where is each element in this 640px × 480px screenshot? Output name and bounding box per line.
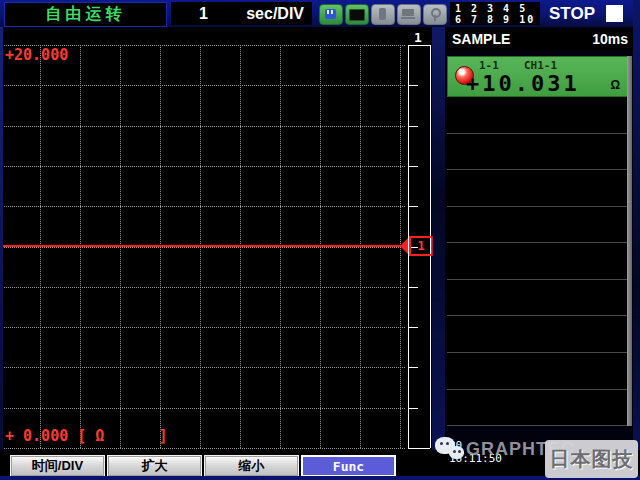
channel-row-empty[interactable]: [447, 170, 628, 207]
timebase-value: 1: [199, 5, 208, 23]
scale-bottom-label: + 0.000 [ Ω ]: [5, 427, 168, 445]
channel-numbers-row2: 6 7 8 9 10: [455, 14, 540, 25]
channel-number-grid: 1 2 3 4 5 6 7 8 9 10: [450, 2, 540, 25]
scale-tick: [408, 45, 430, 46]
channel-row-empty[interactable]: [447, 353, 628, 390]
plot-area: +20.000 + 0.000 [ Ω ] 1 1: [0, 27, 432, 450]
screen-left-edge: [0, 27, 3, 450]
scale-tick: [408, 367, 418, 368]
key-stem-glyph: [434, 15, 436, 21]
channel-marker-arrow: [400, 238, 408, 254]
run-mode-indicator: 自由运转: [4, 2, 167, 27]
channel-row-empty[interactable]: [447, 316, 628, 353]
status-icon-row: [319, 4, 447, 25]
scale-channel-number: 1: [414, 30, 422, 45]
zoom-out-button[interactable]: 缩小: [204, 455, 299, 477]
timebase-unit: sec/DIV: [246, 5, 304, 23]
grid-hline: [0, 287, 405, 288]
scale-tick: [408, 206, 418, 207]
channel-row-ch1[interactable]: 1-1 CH1-1 +10.031 Ω: [447, 56, 628, 97]
channel-row-empty[interactable]: [447, 207, 628, 244]
channel-row-empty[interactable]: [447, 280, 628, 317]
channel-value: +10.031: [466, 71, 580, 96]
screen-bottom-edge: [0, 476, 640, 480]
pc-base-glyph: [401, 17, 415, 19]
scale-tick: [408, 126, 418, 127]
run-mode-label: 自由运转: [46, 4, 126, 25]
pc-link-icon: [397, 4, 421, 25]
scale-tick: [408, 287, 418, 288]
scale-tick: [408, 448, 430, 449]
scale-top-label: +20.000: [5, 46, 68, 64]
sd-pin-1: [327, 10, 329, 14]
top-status-bar: 自由运转 1 sec/DIV: [0, 0, 640, 27]
channel-numbers-row1: 1 2 3 4 5: [455, 3, 540, 14]
brand-watermark-box: 日本图技: [545, 440, 638, 478]
screen-right-edge: [633, 0, 640, 480]
sample-value: 10ms: [592, 31, 628, 47]
key-head-glyph: [431, 8, 441, 18]
grid-hline: [0, 448, 405, 449]
channel-value-panel: 1-1 CH1-1 +10.031 Ω: [447, 56, 628, 426]
scale-tick: [408, 327, 418, 328]
run-state-label: STOP: [549, 4, 595, 24]
channel-marker-box: 1: [409, 236, 433, 256]
channel-row-empty[interactable]: [447, 243, 628, 280]
sd-pin-2: [331, 10, 333, 14]
timediv-button[interactable]: 时间/DIV: [10, 455, 105, 477]
grid-hline: [0, 367, 405, 368]
channel-row-empty[interactable]: [447, 97, 628, 134]
grid-hline: [0, 408, 405, 409]
panel-scrollbar[interactable]: [627, 56, 632, 426]
scale-tick: [408, 408, 418, 409]
grid-hline: [0, 85, 405, 86]
scale-tick: [408, 85, 418, 86]
waveform-trace-ch1: [0, 245, 405, 247]
internal-memory-icon: [345, 4, 369, 25]
screen-mid-divider: [432, 27, 445, 450]
channel-row-empty[interactable]: [447, 134, 628, 171]
scale-tick: [408, 166, 418, 167]
grid-hline: [0, 206, 405, 207]
sample-label: SAMPLE: [452, 31, 510, 47]
channel-unit: Ω: [610, 78, 620, 92]
empty-channel-rows: [447, 97, 628, 426]
wechat-bubble-small: [449, 446, 464, 459]
sd-card-icon: [319, 4, 343, 25]
pc-monitor-glyph: [402, 9, 414, 16]
sample-rate-bar: SAMPLE 10ms: [445, 28, 635, 50]
key-lock-icon: [423, 4, 447, 25]
usb-glyph: [379, 8, 386, 20]
timebase-indicator: 1 sec/DIV: [171, 2, 312, 25]
func-button[interactable]: Func: [301, 455, 396, 477]
brand-watermark-cn: 日本图技: [550, 446, 634, 473]
wechat-icon: [435, 437, 467, 464]
usb-device-icon: [371, 4, 395, 25]
memory-glyph: [349, 9, 365, 21]
zoom-in-button[interactable]: 扩大: [107, 455, 202, 477]
stop-indicator-square: [606, 5, 623, 22]
grid-hline: [0, 327, 405, 328]
device-screen: 自由运转 1 sec/DIV: [0, 0, 640, 480]
channel-row-empty[interactable]: [447, 390, 628, 427]
grid-hline: [0, 126, 405, 127]
grid-hline: [0, 166, 405, 167]
